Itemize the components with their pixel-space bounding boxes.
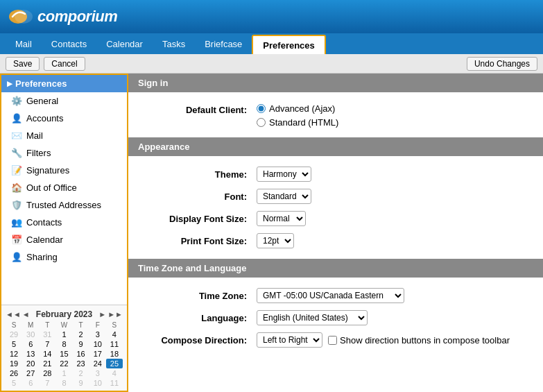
next-year-button[interactable]: ►► — [107, 310, 123, 318]
timezone-label: Time Zone: — [142, 291, 257, 301]
contacts-icon: 👥 — [11, 217, 22, 228]
sidebar-item-calendar[interactable]: 📅 Calendar — [1, 231, 127, 248]
next-month-button[interactable]: ► — [98, 310, 106, 318]
calendar-day[interactable]: 28 — [39, 368, 55, 378]
timezone-section-body: Time Zone: GMT -05:00 US/Canada Eastern … — [128, 278, 543, 358]
compose-direction-controls: Left to Right Right to Left Show directi… — [257, 332, 510, 348]
advanced-ajax-radio[interactable] — [257, 104, 266, 113]
calendar-day[interactable]: 8 — [55, 378, 72, 388]
show-direction-text: Show direction buttons in compose toolba… — [340, 335, 510, 346]
calendar-day[interactable]: 9 — [73, 339, 89, 349]
calendar-day[interactable]: 7 — [39, 339, 55, 349]
main-layout: ▶ Preferences ⚙️ General 👤 Accounts ✉️ M… — [0, 74, 543, 392]
save-button[interactable]: Save — [6, 57, 40, 71]
prev-year-button[interactable]: ◄◄ — [6, 310, 21, 318]
calendar-day[interactable]: 8 — [55, 339, 72, 349]
calendar-day[interactable]: 15 — [55, 349, 72, 359]
font-select[interactable]: Standard Modern Classic — [257, 189, 311, 204]
default-client-row: Default Client: Advanced (Ajax) Standard… — [142, 101, 529, 130]
sidebar-item-trusted-addresses[interactable]: 🛡️ Trusted Addresses — [1, 196, 127, 214]
nav-calendar[interactable]: Calendar — [96, 33, 153, 54]
cancel-button[interactable]: Cancel — [44, 57, 85, 71]
timezone-select[interactable]: GMT -05:00 US/Canada Eastern GMT -06:00 … — [257, 288, 404, 303]
print-font-size-label: Print Font Size: — [142, 236, 257, 246]
calendar-day[interactable]: 25 — [106, 359, 123, 368]
show-direction-label[interactable]: Show direction buttons in compose toolba… — [328, 335, 510, 346]
header: comporium — [0, 0, 543, 33]
calendar-day[interactable]: 19 — [6, 359, 22, 368]
undo-changes-button[interactable]: Undo Changes — [467, 57, 537, 71]
calendar-day[interactable]: 22 — [55, 359, 72, 368]
calendar-day[interactable]: 12 — [6, 349, 22, 359]
calendar-day[interactable]: 10 — [89, 339, 106, 349]
calendar-day[interactable]: 27 — [22, 368, 39, 378]
calendar-day[interactable]: 5 — [6, 339, 22, 349]
calendar-day[interactable]: 11 — [106, 339, 123, 349]
calendar-day[interactable]: 10 — [89, 378, 106, 388]
calendar-day[interactable]: 18 — [106, 349, 123, 359]
calendar-day[interactable]: 29 — [6, 330, 22, 339]
language-select[interactable]: English (United States) Spanish French — [257, 310, 368, 325]
nav-preferences[interactable]: Preferences — [252, 35, 325, 54]
calendar-day[interactable]: 11 — [106, 378, 123, 388]
sidebar-item-sharing[interactable]: 👤 Sharing — [1, 248, 127, 266]
display-font-size-select[interactable]: Small Normal Large Largest — [257, 211, 306, 226]
calendar-day[interactable]: 21 — [39, 359, 55, 368]
calendar-day[interactable]: 3 — [89, 368, 106, 378]
show-direction-checkbox[interactable] — [328, 336, 337, 345]
sidebar-item-filters[interactable]: 🔧 Filters — [1, 144, 127, 162]
toolbar: Save Cancel Undo Changes — [0, 54, 543, 74]
calendar-day[interactable]: 5 — [6, 378, 22, 388]
calendar-day[interactable]: 14 — [39, 349, 55, 359]
calendar-day[interactable]: 17 — [89, 349, 106, 359]
calendar-day[interactable]: 1 — [55, 330, 72, 339]
prev-month-button[interactable]: ◄ — [22, 310, 30, 318]
calendar-day[interactable]: 6 — [22, 339, 39, 349]
mini-calendar: ◄◄ ◄ February 2023 ► ►► S M T W T — [1, 305, 127, 391]
theme-select[interactable]: Harmony Carbon Sky — [257, 167, 311, 182]
triangle-icon: ▶ — [7, 80, 12, 87]
calendar-day[interactable]: 4 — [106, 330, 123, 339]
nav-contacts[interactable]: Contacts — [42, 33, 96, 54]
calendar-day[interactable]: 16 — [73, 349, 89, 359]
calendar-day[interactable]: 6 — [22, 378, 39, 388]
sidebar-item-label: Contacts — [26, 217, 62, 228]
sidebar-item-label: Mail — [26, 130, 43, 141]
sidebar-item-label: Filters — [26, 148, 51, 158]
standard-html-radio[interactable] — [257, 118, 266, 127]
calendar-day[interactable]: 31 — [39, 330, 55, 339]
calendar-day[interactable]: 3 — [89, 330, 106, 339]
calendar-icon: 📅 — [11, 235, 22, 245]
calendar-day[interactable]: 20 — [22, 359, 39, 368]
calendar-day[interactable]: 30 — [22, 330, 39, 339]
compose-direction-select[interactable]: Left to Right Right to Left — [257, 332, 322, 348]
calendar-day[interactable]: 2 — [73, 330, 89, 339]
sidebar-item-mail[interactable]: ✉️ Mail — [1, 127, 127, 144]
calendar-day[interactable]: 2 — [73, 368, 89, 378]
advanced-ajax-option[interactable]: Advanced (Ajax) — [257, 103, 338, 114]
sidebar-item-out-of-office[interactable]: 🏠 Out of Office — [1, 179, 127, 196]
standard-html-option[interactable]: Standard (HTML) — [257, 117, 338, 128]
calendar-day[interactable]: 4 — [106, 368, 123, 378]
calendar-day[interactable]: 26 — [6, 368, 22, 378]
sidebar-item-accounts[interactable]: 👤 Accounts — [1, 110, 127, 127]
calendar-day[interactable]: 9 — [73, 378, 89, 388]
language-row: Language: English (United States) Spanis… — [142, 307, 529, 329]
calendar-day[interactable]: 23 — [73, 359, 89, 368]
sidebar-item-contacts[interactable]: 👥 Contacts — [1, 214, 127, 231]
logo-icon — [8, 4, 33, 29]
sidebar-item-general[interactable]: ⚙️ General — [1, 92, 127, 110]
calendar-day[interactable]: 13 — [22, 349, 39, 359]
nav-mail[interactable]: Mail — [6, 33, 42, 54]
calendar-day[interactable]: 1 — [55, 368, 72, 378]
calendar-day[interactable]: 24 — [89, 359, 106, 368]
print-font-size-select[interactable]: 8pt 10pt 12pt 14pt — [257, 233, 294, 248]
sharing-icon: 👤 — [11, 252, 22, 262]
calendar-day[interactable]: 7 — [39, 378, 55, 388]
day-header-fri: F — [89, 321, 106, 330]
logo: comporium — [8, 4, 117, 29]
nav-briefcase[interactable]: Briefcase — [195, 33, 252, 54]
nav-tasks[interactable]: Tasks — [153, 33, 195, 54]
calendar-nav: ◄◄ ◄ February 2023 ► ►► — [6, 308, 123, 321]
sidebar-item-signatures[interactable]: 📝 Signatures — [1, 162, 127, 179]
